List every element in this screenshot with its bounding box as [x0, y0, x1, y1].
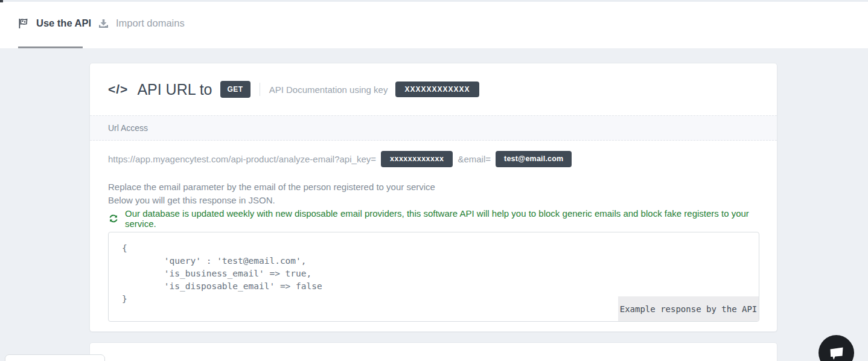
url-access-label: Url Access — [108, 123, 148, 133]
note-line: Replace the email parameter by the email… — [108, 180, 435, 194]
url-access-section: Url Access — [90, 115, 777, 141]
email-value-badge: test@email.com — [496, 151, 572, 167]
database-update-text: Our database is updated weekly with new … — [125, 208, 777, 229]
code-lines: { 'query' : 'test@email.com', 'is_busine… — [109, 232, 759, 305]
next-section-card — [89, 342, 777, 361]
tab-import-domains[interactable]: Import domains — [98, 18, 185, 29]
tab-bar: Use the API Import domains — [0, 0, 868, 48]
top-edge-corner — [0, 0, 3, 2]
example-response-caption: Example response by the API — [618, 296, 759, 321]
code-line: { — [122, 242, 759, 255]
api-doc-label: API Documentation using key — [269, 85, 388, 95]
code-icon: </> — [108, 82, 128, 97]
code-line: 'is_business_email' => true, — [122, 267, 759, 280]
api-key-badge: XXXXXXXXXXXX — [395, 81, 479, 97]
api-url-row: https://app.myagencytest.com/api-product… — [108, 151, 759, 167]
chat-bubble-icon — [828, 345, 846, 361]
header-divider — [260, 83, 260, 96]
api-url-base: https://app.myagencytest.com/api-product… — [108, 154, 376, 164]
active-tab-underline — [18, 46, 83, 48]
note-line: Below you will get this response in JSON… — [108, 194, 435, 207]
code-line: 'query' : 'test@email.com', — [122, 255, 759, 267]
download-icon — [98, 19, 109, 28]
example-response-code-block: { 'query' : 'test@email.com', 'is_busine… — [108, 232, 759, 322]
tab-import-domains-label: Import domains — [116, 18, 185, 29]
top-edge-strip — [0, 0, 868, 2]
instruction-notes: Replace the email parameter by the email… — [108, 180, 435, 206]
bottom-left-panel — [5, 354, 105, 361]
flag-checkered-icon — [18, 18, 29, 29]
email-param-label: &email= — [458, 154, 491, 164]
tab-use-the-api-label: Use the API — [36, 18, 91, 29]
chat-launcher-button[interactable] — [819, 335, 854, 361]
tab-use-the-api[interactable]: Use the API — [18, 18, 91, 29]
api-url-card: </> API URL to GET API Documentation usi… — [89, 63, 777, 332]
card-header: </> API URL to GET API Documentation usi… — [90, 63, 777, 115]
code-line: 'is_disposable_email' => false — [122, 280, 759, 293]
http-method-badge: GET — [220, 81, 251, 98]
api-key-placeholder-badge: xxxxxxxxxxxx — [381, 151, 453, 167]
card-title: API URL to — [137, 81, 212, 98]
database-update-note: Our database is updated weekly with new … — [109, 208, 777, 229]
refresh-icon — [109, 214, 118, 223]
